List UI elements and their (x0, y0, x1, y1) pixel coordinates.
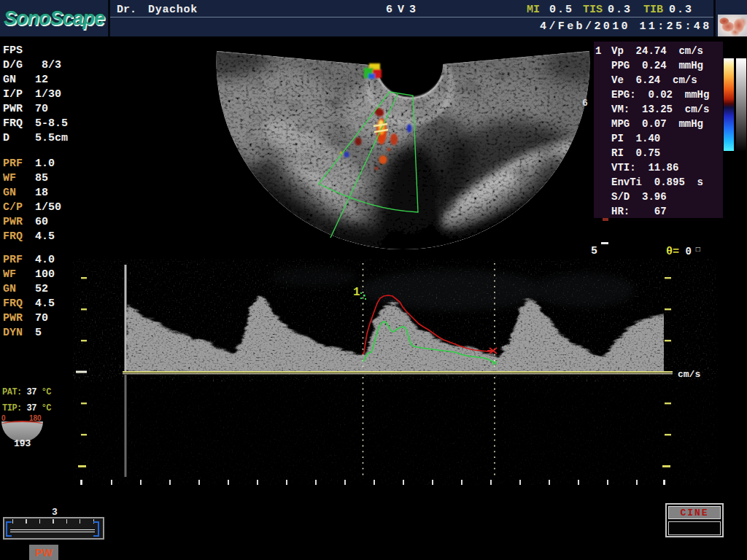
svg-text:1: 1 (353, 286, 360, 299)
svg-text:cm/s: cm/s (678, 369, 700, 380)
svg-text:6: 6 (582, 98, 588, 109)
